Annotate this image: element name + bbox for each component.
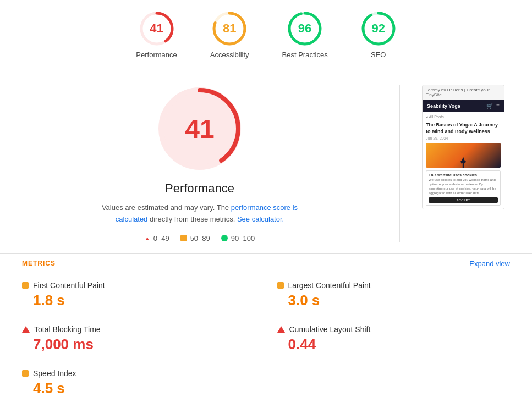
legend-item-red: ▲ 0–49 [145, 234, 169, 242]
metric-name-lcp: Largest Contentful Paint [288, 281, 371, 290]
red-triangle-icon-tbt [22, 326, 30, 333]
calculator-link[interactable]: See calculator. [237, 215, 284, 223]
metric-value-tbt: 7,000 ms [22, 336, 255, 353]
metric-header-si: Speed Index [22, 369, 255, 378]
metric-value-si: 4.5 s [22, 380, 255, 397]
performance-score-value: 41 [150, 21, 163, 36]
legend-red-range: 0–49 [153, 234, 169, 242]
preview-cookie-text: We use cookies to and you website traffi… [429, 178, 498, 195]
preview-nav-brand: Seability Yoga [427, 103, 460, 109]
preview-cookie-title: This website uses cookies [429, 173, 498, 177]
score-item-accessibility[interactable]: 81 Accessibility [210, 11, 249, 59]
right-panel: Tommy by Dr.Doris | Create your TinySite… [422, 85, 510, 242]
seo-score-value: 92 [371, 21, 385, 36]
preview-back-link: ◂ All Posts [426, 115, 501, 119]
score-circle-accessibility: 81 [212, 11, 247, 46]
metric-header-tbt: Total Blocking Time [22, 325, 255, 334]
score-circle-seo: 92 [361, 11, 396, 46]
metric-name-tbt: Total Blocking Time [34, 325, 101, 334]
metric-value-cls: 0.44 [277, 336, 511, 353]
score-circle-best-practices: 96 [287, 11, 322, 46]
metrics-header: METRICS Expand view [22, 254, 510, 274]
preview-cookie-accept-button[interactable]: ACCEPT [429, 197, 498, 203]
cart-icon: 🛒 [486, 103, 493, 109]
preview-body: ◂ All Posts The Basics of Yoga: A Journe… [423, 112, 504, 209]
metric-item-lcp: Largest Contentful Paint 3.0 s [266, 274, 511, 318]
legend-item-orange: 50–89 [180, 234, 210, 242]
preview-article-date: Jun 29, 2024 [426, 136, 501, 140]
preview-top-bar-text: Tommy by Dr.Doris | Create your TinySite [426, 87, 501, 97]
metric-name-fcp: First Contentful Paint [33, 281, 105, 290]
menu-icon: ≡ [496, 103, 500, 109]
metric-value-lcp: 3.0 s [277, 292, 511, 309]
preview-article-image [426, 143, 501, 168]
metric-item-cls: Cumulative Layout Shift 0.44 [266, 318, 511, 362]
preview-nav-icons: 🛒 ≡ [486, 103, 500, 109]
metrics-title: METRICS [22, 260, 56, 267]
orange-square-icon [180, 235, 187, 241]
vertical-divider [399, 85, 400, 242]
performance-score-label: Performance [136, 51, 177, 59]
metric-item-si: Speed Index 4.5 s [22, 362, 266, 406]
green-circle-icon [221, 235, 228, 241]
legend-orange-range: 50–89 [190, 234, 210, 242]
metric-header-lcp: Largest Contentful Paint [277, 281, 511, 290]
metrics-section: METRICS Expand view First Contentful Pai… [0, 253, 532, 406]
metric-name-si: Speed Index [33, 369, 76, 378]
orange-square-icon-si [22, 370, 29, 377]
preview-top-bar: Tommy by Dr.Doris | Create your TinySite [423, 85, 504, 100]
red-triangle-icon: ▲ [145, 235, 150, 241]
description-text: Values are estimated and may vary. The [102, 203, 231, 212]
seo-score-label: SEO [371, 51, 386, 59]
red-triangle-icon-cls [277, 326, 285, 333]
metric-name-cls: Cumulative Layout Shift [289, 325, 371, 334]
silhouette-icon [460, 157, 467, 168]
big-score-circle: 41 [156, 85, 244, 173]
score-item-seo[interactable]: 92 SEO [361, 11, 396, 59]
metric-item-tbt: Total Blocking Time 7,000 ms [22, 318, 266, 362]
big-score-title: Performance [165, 181, 234, 196]
expand-view-link[interactable]: Expand view [469, 260, 510, 268]
best-practices-score-label: Best Practices [282, 51, 328, 59]
preview-nav: Seability Yoga 🛒 ≡ [423, 100, 504, 112]
metric-value-fcp: 1.8 s [22, 292, 255, 309]
score-description: Values are estimated and may vary. The p… [95, 202, 304, 225]
legend-green-range: 90–100 [231, 234, 255, 242]
best-practices-score-value: 96 [298, 21, 311, 36]
legend-item-green: 90–100 [221, 234, 255, 242]
metrics-grid: First Contentful Paint 1.8 s Largest Con… [22, 274, 510, 406]
main-content: 41 Performance Values are estimated and … [0, 68, 532, 253]
metric-header-cls: Cumulative Layout Shift [277, 325, 511, 334]
orange-square-icon-fcp [22, 282, 29, 289]
legend: ▲ 0–49 50–89 90–100 [145, 234, 255, 242]
orange-square-icon-lcp [277, 282, 284, 289]
metric-item-fcp: First Contentful Paint 1.8 s [22, 274, 266, 318]
website-preview: Tommy by Dr.Doris | Create your TinySite… [422, 85, 504, 209]
accessibility-score-label: Accessibility [210, 51, 249, 59]
preview-article-title: The Basics of Yoga: A Journey to Mind an… [426, 122, 501, 135]
score-circle-performance: 41 [139, 11, 174, 46]
big-score-number: 41 [185, 114, 214, 144]
accessibility-score-value: 81 [223, 21, 236, 36]
metric-header-fcp: First Contentful Paint [22, 281, 255, 290]
left-panel: 41 Performance Values are estimated and … [22, 85, 377, 242]
score-item-best-practices[interactable]: 96 Best Practices [282, 11, 328, 59]
score-bar: 41 Performance 81 Accessibility 96 Best … [0, 0, 532, 68]
description-text-2: directly from these metrics. [150, 215, 237, 223]
score-item-performance[interactable]: 41 Performance [136, 11, 177, 59]
preview-cookie-banner: This website uses cookies We use cookies… [426, 170, 501, 205]
